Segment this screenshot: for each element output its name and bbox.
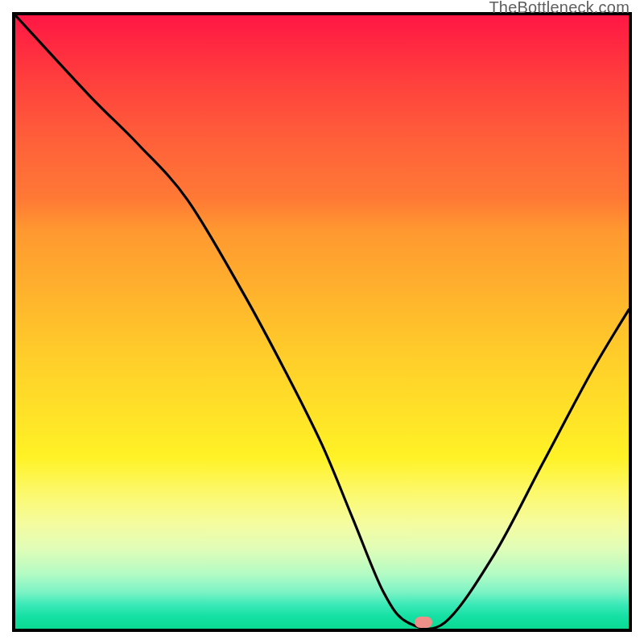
bottleneck-curve-path [15, 15, 629, 629]
optimum-marker [415, 617, 432, 628]
plot-area [12, 12, 632, 632]
watermark-text: TheBottleneck.com [489, 0, 630, 17]
curve-svg [15, 15, 629, 629]
chart-container: TheBottleneck.com [0, 0, 644, 644]
